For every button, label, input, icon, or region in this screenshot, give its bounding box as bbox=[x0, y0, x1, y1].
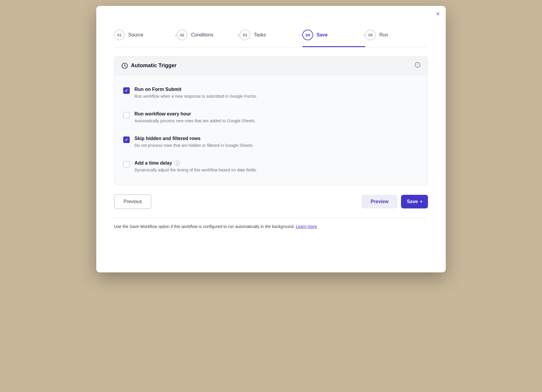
checkbox-run-form-submit[interactable] bbox=[123, 87, 130, 94]
option-run-every-hour-desc: Automatically process new rows that are … bbox=[134, 118, 419, 124]
main-content: Automatic Trigger Ru bbox=[96, 47, 446, 241]
stepper: 01 Source › 02 Conditions › 03 Tasks › 0… bbox=[114, 24, 428, 47]
option-skip-hidden-desc: Do not process rows that are hidden or f… bbox=[134, 142, 419, 149]
learn-more-link[interactable]: Learn more bbox=[296, 224, 317, 229]
checkbox-time-delay-wrapper[interactable] bbox=[123, 161, 130, 168]
previous-button[interactable]: Previous bbox=[114, 194, 151, 209]
option-run-every-hour-title: Run workflow every hour bbox=[134, 111, 419, 117]
option-time-delay-title-text: Add a time delay bbox=[134, 160, 172, 166]
save-chevron-icon: ▾ bbox=[420, 200, 422, 204]
step-run[interactable]: 05 Run bbox=[365, 24, 428, 47]
step-label-5: Run bbox=[379, 32, 388, 38]
option-run-form-submit-title: Run on Form Submit bbox=[134, 87, 419, 92]
option-skip-hidden: Skip hidden and filtered rows Do not pro… bbox=[123, 130, 419, 155]
checkbox-time-delay[interactable] bbox=[123, 161, 130, 168]
step-conditions[interactable]: 02 Conditions › bbox=[177, 24, 240, 47]
save-button[interactable]: Save ▾ bbox=[401, 195, 428, 208]
modal: × 01 Source › 02 Conditions › 03 Tasks ›… bbox=[96, 6, 446, 272]
option-skip-hidden-title: Skip hidden and filtered rows bbox=[134, 136, 419, 141]
step-number-1: 01 bbox=[114, 30, 125, 40]
option-run-form-submit-desc: Run workflow when a new response is subm… bbox=[134, 93, 419, 99]
step-tasks[interactable]: 03 Tasks › bbox=[240, 24, 302, 47]
footer-buttons: Previous Preview Save ▾ bbox=[114, 194, 428, 215]
checkbox-run-every-hour-wrapper[interactable] bbox=[123, 112, 130, 118]
step-number-5: 05 bbox=[365, 30, 376, 40]
option-time-delay: Add a time delay i Dynamically adjust th… bbox=[123, 155, 419, 179]
option-run-every-hour-text: Run workflow every hour Automatically pr… bbox=[134, 111, 419, 124]
footer-note-text: Use the Save Workflow option if this wor… bbox=[114, 224, 295, 229]
time-delay-info-icon[interactable]: i bbox=[174, 160, 180, 166]
options-list: Run on Form Submit Run workflow when a n… bbox=[114, 75, 428, 185]
option-time-delay-desc: Dynamically adjust the timing of this wo… bbox=[134, 167, 419, 173]
step-source[interactable]: 01 Source › bbox=[114, 24, 177, 47]
option-run-form-submit: Run on Form Submit Run workflow when a n… bbox=[123, 81, 419, 105]
step-save[interactable]: 04 Save › bbox=[302, 24, 365, 47]
save-label: Save bbox=[407, 199, 418, 204]
clock-icon bbox=[121, 62, 128, 69]
section-title-text: Automatic Trigger bbox=[131, 62, 177, 69]
section-header: Automatic Trigger bbox=[114, 57, 428, 75]
section-info-button[interactable] bbox=[415, 62, 421, 69]
option-run-every-hour: Run workflow every hour Automatically pr… bbox=[123, 105, 419, 130]
close-button[interactable]: × bbox=[436, 11, 440, 17]
checkbox-skip-hidden[interactable] bbox=[123, 136, 130, 143]
step-label-2: Conditions bbox=[191, 32, 214, 38]
checkbox-run-form-submit-wrapper[interactable] bbox=[123, 87, 130, 94]
step-number-3: 03 bbox=[240, 30, 250, 40]
footer-note: Use the Save Workflow option if this wor… bbox=[114, 218, 428, 232]
preview-button[interactable]: Preview bbox=[362, 195, 397, 208]
option-run-form-submit-text: Run on Form Submit Run workflow when a n… bbox=[134, 87, 419, 99]
section-card: Automatic Trigger Ru bbox=[114, 56, 428, 185]
option-time-delay-title: Add a time delay i bbox=[134, 160, 419, 166]
option-time-delay-text: Add a time delay i Dynamically adjust th… bbox=[134, 160, 419, 173]
checkbox-skip-hidden-wrapper[interactable] bbox=[123, 136, 130, 143]
checkbox-run-every-hour[interactable] bbox=[123, 112, 130, 118]
right-buttons: Preview Save ▾ bbox=[362, 195, 428, 208]
step-number-2: 02 bbox=[177, 30, 187, 40]
step-number-4: 04 bbox=[302, 30, 313, 40]
step-label-1: Source bbox=[128, 32, 143, 38]
step-label-3: Tasks bbox=[254, 32, 266, 38]
section-title: Automatic Trigger bbox=[121, 62, 177, 69]
step-label-4: Save bbox=[317, 32, 328, 38]
option-skip-hidden-text: Skip hidden and filtered rows Do not pro… bbox=[134, 136, 419, 149]
